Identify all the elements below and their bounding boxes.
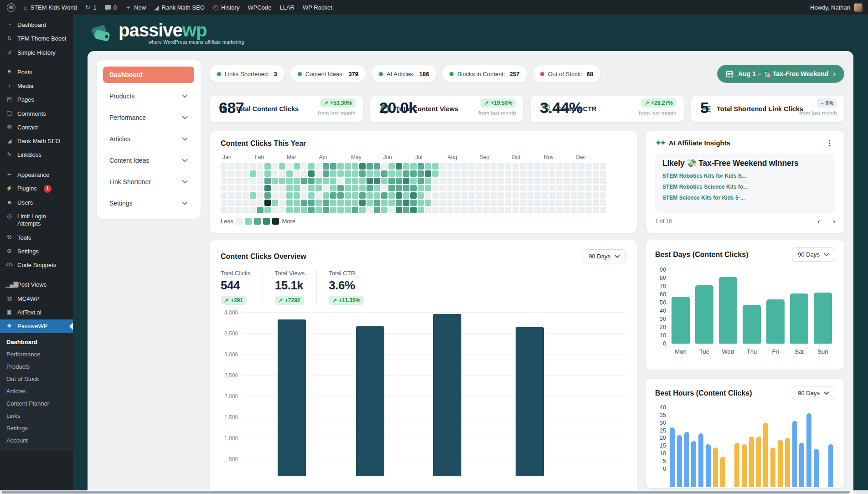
sidebar-item-plugins[interactable]: ⚡Plugins1 xyxy=(0,182,73,196)
adminbar-site-name[interactable]: ⌂STEM Kids World xyxy=(20,0,81,15)
scrollbar-thumb[interactable] xyxy=(2,491,850,494)
insight-link[interactable]: STEM Science Kits for Kids 5-... xyxy=(662,195,828,201)
heat-cell xyxy=(250,170,256,177)
status-dot xyxy=(217,72,221,76)
heat-cell xyxy=(512,170,519,177)
sidebar-item-users[interactable]: ☻Users xyxy=(0,196,73,210)
heat-cell xyxy=(301,178,307,184)
plugin-menu-performance[interactable]: Performance xyxy=(103,109,194,126)
adminbar-item-wp-rocket[interactable]: WP Rocket xyxy=(299,0,336,15)
comment-bubble-icon xyxy=(105,5,111,10)
submenu-item-dashboard[interactable]: Dashboard xyxy=(0,336,73,348)
sidebar-item-post-views[interactable]: ▁▄▇Post Views xyxy=(0,278,73,292)
sidebar-item-rank-math-seo[interactable]: ◢Rank Math SEO xyxy=(0,134,73,148)
adminbar-item-rank-math-seo[interactable]: ◢Rank Math SEO xyxy=(150,0,209,15)
avatar[interactable] xyxy=(854,3,863,12)
horizontal-scrollbar[interactable] xyxy=(0,490,868,494)
heat-cell xyxy=(469,163,475,170)
trend-arrow-icon: ↗ xyxy=(484,100,489,106)
plugin-menu-articles[interactable]: Articles xyxy=(103,131,194,147)
sidebar-item-dashboard[interactable]: ◔Dashboard xyxy=(0,18,73,32)
status-pill-content-ideas[interactable]: Content Ideas:379 xyxy=(290,65,366,82)
prev-insight-button[interactable]: ‹ xyxy=(817,217,820,226)
sidebar-item-label: Settings xyxy=(17,248,39,255)
trend-arrow-icon: ↗ xyxy=(645,100,649,106)
sidebar-item-mc4wp[interactable]: ⓂMC4WP xyxy=(0,292,73,306)
overview-stat-value: 3.6% xyxy=(329,278,364,293)
insight-link[interactable]: STEM Robotics Kits for Kids S... xyxy=(662,173,828,179)
sidebar-item-pages[interactable]: ▤Pages xyxy=(0,93,73,107)
submenu-item-account[interactable]: Account xyxy=(0,434,73,447)
submenu-item-articles[interactable]: Articles xyxy=(0,385,73,397)
heat-cell xyxy=(345,192,351,199)
next-insight-button[interactable]: › xyxy=(833,217,835,226)
kebab-menu-icon[interactable]: ⋮ xyxy=(824,139,835,147)
overview-range-select[interactable]: 90 Days xyxy=(583,249,626,263)
heat-cell xyxy=(447,200,453,206)
best-hours-range-select[interactable]: 90 Days xyxy=(792,386,835,400)
heat-cell xyxy=(272,178,278,184)
overview-stat-label: Total Views xyxy=(275,270,305,277)
x-axis-line xyxy=(669,344,834,344)
plugin-menu-content-ideas[interactable]: Content Ideas xyxy=(103,152,194,169)
heat-cell xyxy=(520,200,526,206)
status-pill-blocks-in-content[interactable]: Blocks in Content:257 xyxy=(442,65,527,82)
sidebar-item-limit-login-attempts[interactable]: ◎Limit Login Attempts xyxy=(0,210,73,231)
sidebar-item-appearance[interactable]: ✒Appearance xyxy=(0,168,73,182)
submenu-item-links[interactable]: Links xyxy=(0,410,73,422)
submenu-item-out-of-stock[interactable]: Out of Stock xyxy=(0,373,73,385)
adminbar-new[interactable]: ＋New xyxy=(121,0,150,15)
heat-cell xyxy=(330,192,336,199)
adminbar-item-history[interactable]: ◷History xyxy=(209,0,244,15)
status-pill-out-of-stock[interactable]: Out of Stock:68 xyxy=(533,65,601,82)
heat-cell xyxy=(272,163,278,170)
sidebar-item-linkboss[interactable]: ✎LinkBoss xyxy=(0,148,73,162)
plugin-menu-dashboard[interactable]: Dashboard xyxy=(103,67,194,83)
status-pill-links-shortened[interactable]: Links Shortened:3 xyxy=(210,65,284,82)
adminbar-item-wpcode[interactable]: WPCode xyxy=(243,0,275,15)
chevron-down-icon xyxy=(182,201,188,206)
heat-cell xyxy=(279,170,285,177)
sidebar-item-tfm-theme-boost[interactable]: ⇅TFM Theme Boost xyxy=(0,32,73,46)
adminbar-comments[interactable]: 0 xyxy=(101,0,121,15)
plugin-menu-products[interactable]: Products xyxy=(103,88,194,104)
event-button[interactable]: Aug 1 – 🛍️ Tax-Free Weekend› xyxy=(717,65,844,83)
sidebar-item-media[interactable]: ♪Media xyxy=(0,79,73,93)
submenu-item-settings[interactable]: Settings xyxy=(0,422,73,434)
plugin-menu-settings[interactable]: Settings xyxy=(103,195,194,211)
sidebar-item-settings[interactable]: ⚙Settings xyxy=(0,245,73,258)
heat-cell xyxy=(600,170,606,177)
heat-cell xyxy=(432,163,439,170)
submenu-item-performance[interactable]: Performance xyxy=(0,348,73,360)
status-pill-ai-articles[interactable]: AI Articles:186 xyxy=(372,65,436,82)
plugin-menu-link-shortener[interactable]: Link Shortener xyxy=(103,174,194,190)
sidebar-item-code-snippets[interactable]: </>Code Snippets xyxy=(0,258,73,272)
wp-logo-menu[interactable]: W xyxy=(3,0,20,15)
y-axis-tick: 30 xyxy=(655,420,666,426)
heat-cell xyxy=(512,200,519,206)
sidebar-item-label: Limit Login Attempts xyxy=(17,213,67,228)
dashboard-panel: DashboardProductsPerformanceArticlesCont… xyxy=(88,51,853,494)
submenu-item-products[interactable]: Products xyxy=(0,360,73,373)
plugin-menu-label: Link Shortener xyxy=(109,178,151,185)
best-days-range-select[interactable]: 90 Days xyxy=(792,247,835,262)
insight-link[interactable]: STEM Robotics Science Kits fo... xyxy=(662,184,828,190)
submenu-item-content-planner[interactable]: Content Planner xyxy=(0,397,73,410)
adminbar-item-llar[interactable]: LLAR xyxy=(275,0,299,15)
sidebar-item-alttext-ai[interactable]: ▣AltText.ai xyxy=(0,306,73,319)
sidebar-item-tools[interactable]: ⚒Tools xyxy=(0,231,73,245)
account-menu[interactable]: Howdy, Nathan xyxy=(810,3,863,12)
sidebar-item-passivewp[interactable]: ❖PassiveWP xyxy=(0,319,73,333)
howdy-text[interactable]: Howdy, Nathan xyxy=(810,4,850,11)
sidebar-item-simple-history[interactable]: ↺Simple History xyxy=(0,46,73,60)
heat-cell xyxy=(315,178,322,184)
heat-cell xyxy=(476,192,482,199)
sidebar-item-comments[interactable]: ❏Comments xyxy=(0,107,73,121)
sidebar-item-label: Plugins xyxy=(17,185,37,192)
heat-cell xyxy=(469,185,475,191)
sidebar-item-contact[interactable]: ✉Contact xyxy=(0,121,73,134)
sidebar-item-posts[interactable]: ⚑Posts xyxy=(0,66,73,79)
adminbar-updates[interactable]: ↻1 xyxy=(81,0,101,15)
heat-cell xyxy=(243,170,249,177)
heat-cell xyxy=(600,207,606,213)
